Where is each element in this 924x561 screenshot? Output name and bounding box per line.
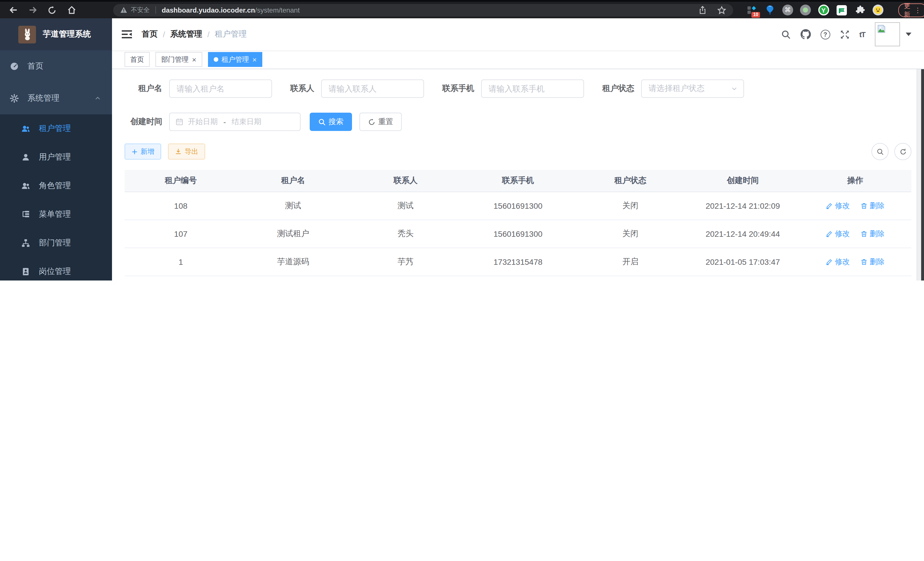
- dashboard-icon: [10, 62, 19, 71]
- delete-link[interactable]: 删除: [861, 257, 885, 267]
- browser-update-button[interactable]: 更新 ⋮: [898, 3, 924, 17]
- tab-home[interactable]: 首页: [124, 52, 150, 67]
- col-phone: 联系手机: [462, 170, 574, 192]
- sidebar-item-home[interactable]: 首页: [0, 50, 112, 82]
- security-label[interactable]: 不安全: [131, 6, 150, 14]
- start-date-placeholder: 开始日期: [188, 117, 218, 127]
- fullscreen-icon[interactable]: [840, 29, 849, 39]
- sidebar-item-menus[interactable]: 菜单管理: [0, 200, 112, 229]
- contact-input[interactable]: [321, 80, 424, 98]
- bookmark-star-icon[interactable]: [717, 5, 726, 15]
- edit-link[interactable]: 修改: [826, 201, 850, 211]
- add-button[interactable]: 新增: [124, 144, 161, 159]
- delete-link[interactable]: 删除: [861, 201, 885, 211]
- tenant-table: 租户编号 租户名 联系人 联系手机 租户状态 创建时间 操作 108 测试: [124, 170, 911, 276]
- col-created: 创建时间: [687, 170, 799, 192]
- reset-button[interactable]: 重置: [359, 113, 402, 131]
- sidebar: 芋道管理系统 首页 系统管理: [0, 18, 112, 281]
- close-icon[interactable]: ×: [252, 56, 256, 63]
- table-row: 1 芋道源码 芋艿 17321315478 开启 2021-01-05 17:0…: [124, 248, 911, 276]
- show-search-button[interactable]: [872, 143, 889, 160]
- export-button[interactable]: 导出: [168, 144, 205, 159]
- tenant-name-label: 租户名: [124, 83, 169, 94]
- extension-balloon-icon[interactable]: [764, 4, 776, 16]
- tenant-users-icon: [21, 124, 30, 133]
- delete-link[interactable]: 删除: [861, 229, 885, 239]
- avatar[interactable]: [875, 22, 900, 46]
- omnibox-divider: [155, 6, 156, 14]
- tags-view-bar: 首页 部门管理 × 租户管理 ×: [112, 50, 924, 69]
- avatar-caret-icon[interactable]: [906, 33, 911, 36]
- forward-icon[interactable]: [27, 5, 38, 15]
- extension-record-icon[interactable]: [800, 5, 811, 15]
- tab-departments[interactable]: 部门管理 ×: [155, 52, 202, 67]
- status-text: 关闭: [574, 220, 687, 248]
- status-label: 租户状态: [602, 83, 634, 94]
- status-select[interactable]: 请选择租户状态: [641, 80, 744, 98]
- font-size-icon[interactable]: tT: [859, 30, 865, 39]
- org-chart-icon: [21, 238, 30, 248]
- breadcrumb-system[interactable]: 系统管理: [170, 29, 202, 39]
- date-range-picker[interactable]: 开始日期 - 结束日期: [169, 113, 301, 131]
- chevron-up-icon: [94, 95, 101, 102]
- tab-tenant[interactable]: 租户管理 ×: [208, 52, 262, 67]
- extensions-row: 10 ⌘ Y: [746, 4, 890, 16]
- close-icon[interactable]: ×: [192, 56, 196, 63]
- url-path[interactable]: /system/tenant: [255, 6, 300, 14]
- filter-row-1: 租户名 联系人 联系手机 租户状态 请选择租户状态: [124, 80, 911, 98]
- breadcrumb-home[interactable]: 首页: [142, 29, 158, 39]
- search-icon[interactable]: [781, 29, 790, 39]
- breadcrumb-current: 租户管理: [215, 29, 247, 39]
- extension-blocks-icon[interactable]: 10: [746, 4, 757, 16]
- reload-icon[interactable]: [47, 5, 57, 15]
- contact-label: 联系人: [290, 83, 314, 94]
- refresh-table-button[interactable]: [894, 143, 911, 160]
- edit-link[interactable]: 修改: [826, 257, 850, 267]
- extensions-puzzle-icon[interactable]: [854, 4, 866, 16]
- col-status: 租户状态: [574, 170, 687, 192]
- phone-input[interactable]: [481, 80, 584, 98]
- sidebar-item-system[interactable]: 系统管理: [0, 82, 112, 114]
- search-button[interactable]: 搜索: [310, 113, 352, 131]
- github-icon[interactable]: [800, 29, 811, 39]
- chevron-down-icon: [731, 85, 738, 92]
- sidebar-menu: 首页 系统管理: [0, 50, 112, 281]
- share-icon[interactable]: [698, 6, 707, 14]
- browser-menu-icon[interactable]: ⋮: [914, 6, 921, 14]
- edit-pencil-icon: [826, 259, 832, 265]
- address-bar[interactable]: 不安全 dashboard.yudao.iocoder.cn /system/t…: [113, 4, 733, 16]
- browser-toolbar: 不安全 dashboard.yudao.iocoder.cn /system/t…: [0, 2, 924, 18]
- sidebar-item-tenant[interactable]: 租户管理: [0, 114, 112, 143]
- edit-pencil-icon: [826, 202, 832, 209]
- filter-row-2: 创建时间 开始日期 - 结束日期 搜索 重置: [124, 113, 911, 131]
- sidebar-item-users[interactable]: 用户管理: [0, 143, 112, 171]
- profile-avatar-icon[interactable]: [873, 5, 884, 15]
- sidebar-item-roles[interactable]: 角色管理: [0, 171, 112, 200]
- plus-icon: [131, 148, 138, 155]
- search-icon: [876, 148, 884, 155]
- help-icon[interactable]: ?: [820, 29, 830, 39]
- create-time-label: 创建时间: [124, 117, 169, 127]
- extension-badge: 10: [752, 12, 760, 17]
- edit-link[interactable]: 修改: [826, 229, 850, 239]
- table-row: 107 测试租户 秃头 15601691300 关闭 2021-12-14 20…: [124, 220, 911, 248]
- download-icon: [175, 148, 182, 155]
- sidebar-item-posts[interactable]: 岗位管理: [0, 257, 112, 281]
- refresh-icon: [368, 118, 375, 126]
- tenant-name-input[interactable]: [169, 80, 272, 98]
- url-host[interactable]: dashboard.yudao.iocoder.cn: [162, 6, 255, 14]
- refresh-icon: [899, 148, 907, 155]
- col-tenant-name: 租户名: [237, 170, 349, 192]
- trash-icon: [861, 230, 867, 237]
- home-icon[interactable]: [66, 5, 76, 15]
- table-toolbar: 新增 导出: [124, 143, 911, 160]
- edit-pencil-icon: [826, 230, 832, 237]
- extension-command-icon[interactable]: ⌘: [782, 5, 793, 15]
- sidebar-item-departments[interactable]: 部门管理: [0, 229, 112, 257]
- not-secure-warning-icon: [120, 6, 128, 14]
- extension-yudao-icon[interactable]: Y: [818, 4, 829, 16]
- back-icon[interactable]: [8, 5, 18, 15]
- app-logo-row[interactable]: 芋道管理系统: [0, 18, 112, 50]
- extension-chat-icon[interactable]: [836, 4, 848, 16]
- sidebar-collapse-icon[interactable]: [122, 30, 132, 39]
